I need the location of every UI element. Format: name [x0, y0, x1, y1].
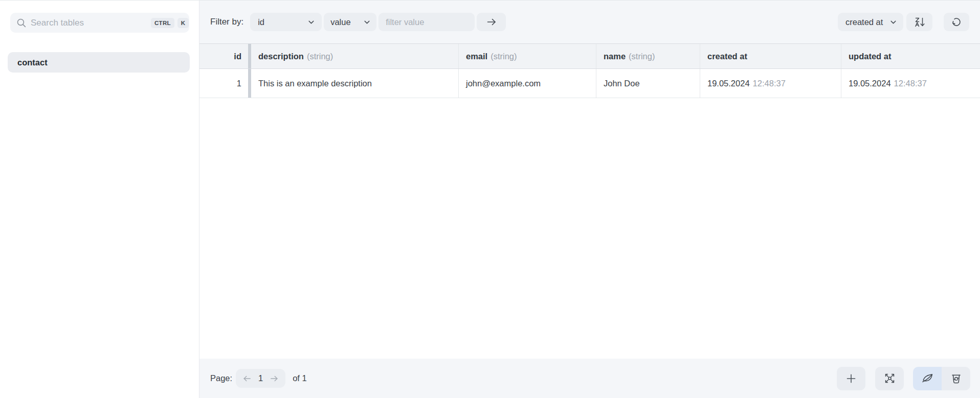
- shortcut-k-key: K: [177, 18, 189, 28]
- column-label: id: [234, 52, 241, 61]
- column-header-id[interactable]: id: [199, 44, 248, 68]
- cell-created-at[interactable]: 19.05.2024 12:48:37: [700, 69, 841, 98]
- table-header-row: id description (string) email (string) n…: [199, 43, 980, 69]
- filter-operator-value: value: [330, 17, 350, 27]
- sort-column-value: created at: [845, 17, 883, 27]
- plus-icon: [844, 372, 858, 385]
- column-label: updated at: [849, 52, 891, 61]
- filter-value-input[interactable]: [378, 13, 475, 31]
- page-pill: 1: [236, 369, 285, 388]
- arrow-right-icon: [269, 373, 279, 384]
- footer-actions: [837, 367, 970, 390]
- search-icon: [16, 17, 27, 28]
- column-label: name: [604, 52, 626, 61]
- sidebar: CTRL K contact: [0, 1, 199, 398]
- sidebar-item-contact[interactable]: contact: [8, 52, 190, 73]
- chevron-down-icon: [363, 18, 371, 27]
- eco-mode-toggle[interactable]: [913, 367, 942, 390]
- date-value: 19.05.2024: [849, 79, 891, 88]
- filter-column-value: id: [258, 17, 264, 27]
- column-header-created-at[interactable]: created at: [700, 44, 841, 68]
- column-label: email: [466, 52, 487, 61]
- chevron-down-icon: [307, 18, 316, 27]
- page-label: Page:: [210, 373, 232, 383]
- footer-bar: Page: 1 of 1: [199, 359, 980, 398]
- sort-za-icon: [914, 16, 926, 28]
- shortcut-ctrl-key: CTRL: [151, 18, 174, 28]
- column-header-description[interactable]: description (string): [251, 44, 459, 68]
- next-page-button[interactable]: [269, 373, 279, 384]
- sort-column-select[interactable]: created at: [838, 13, 903, 31]
- cell-email[interactable]: john@example.com: [459, 69, 596, 98]
- total-pages-label: of 1: [293, 373, 307, 383]
- column-type: (string): [307, 52, 333, 61]
- main-panel: Filter by: id value created: [199, 1, 980, 398]
- arrow-left-icon: [242, 373, 252, 384]
- search-input[interactable]: [27, 18, 148, 28]
- trash-refresh-icon: [950, 372, 963, 385]
- refresh-button[interactable]: [944, 13, 969, 31]
- truncate-table-button[interactable]: [942, 367, 970, 390]
- column-type: (string): [491, 52, 517, 61]
- sort-controls: created at: [838, 13, 969, 31]
- table-name-label: contact: [17, 58, 48, 67]
- apply-filter-button[interactable]: [477, 13, 506, 31]
- table-empty-area: [199, 98, 980, 359]
- database-studio-app: CTRL K contact Filter by: id value: [0, 0, 980, 398]
- sort-direction-button[interactable]: [906, 13, 932, 31]
- chevron-down-icon: [889, 18, 898, 27]
- column-header-updated-at[interactable]: updated at: [841, 44, 980, 68]
- filter-operator-select[interactable]: value: [324, 13, 376, 31]
- arrow-right-icon: [485, 16, 498, 28]
- cell-updated-at[interactable]: 19.05.2024 12:48:37: [841, 69, 980, 98]
- filter-controls: Filter by: id value: [210, 13, 506, 31]
- search-tables-box[interactable]: CTRL K: [10, 13, 189, 33]
- previous-page-button[interactable]: [242, 373, 252, 384]
- cell-description[interactable]: This is an example description: [251, 69, 459, 98]
- cell-name[interactable]: John Doe: [596, 69, 700, 98]
- time-value: 12:48:37: [753, 79, 786, 88]
- date-value: 19.05.2024: [707, 79, 750, 88]
- column-header-email[interactable]: email (string): [459, 44, 596, 68]
- filter-column-select[interactable]: id: [250, 13, 322, 31]
- expand-view-button[interactable]: [875, 367, 904, 390]
- column-type: (string): [629, 52, 655, 61]
- column-label: description: [258, 52, 304, 61]
- filter-toolbar: Filter by: id value created: [199, 1, 980, 43]
- column-label: created at: [707, 52, 747, 61]
- cell-id[interactable]: 1: [199, 69, 248, 98]
- leaf-icon: [921, 372, 934, 385]
- pagination: Page: 1 of 1: [210, 369, 307, 388]
- column-header-name[interactable]: name (string): [596, 44, 700, 68]
- table-row[interactable]: 1 This is an example description john@ex…: [199, 69, 980, 98]
- add-row-button[interactable]: [837, 367, 865, 390]
- current-page-number: 1: [258, 373, 263, 383]
- filter-by-label: Filter by:: [210, 17, 243, 27]
- refresh-icon: [950, 16, 963, 28]
- time-value: 12:48:37: [894, 79, 927, 88]
- expand-icon: [883, 372, 896, 385]
